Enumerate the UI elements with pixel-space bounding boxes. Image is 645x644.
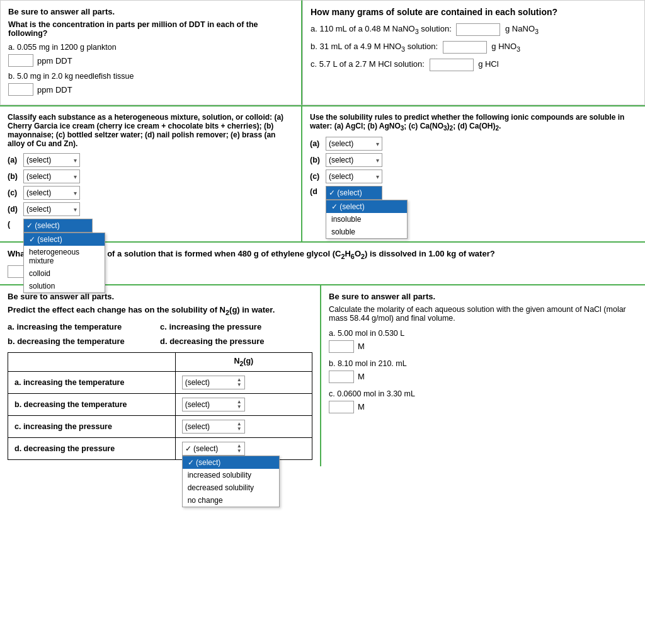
spinner-icon: ▲▼ [237, 377, 242, 388]
bottom-right-panel: Be sure to answer all parts. Calculate t… [321, 285, 645, 466]
effect-d-option-select[interactable]: ✓ (select) [183, 456, 279, 469]
top-row: Be sure to answer all parts. What is the… [0, 0, 645, 106]
table-row: c. increasing the pressure (select) ▲▼ [8, 415, 312, 437]
part-b-grams-input[interactable] [443, 41, 487, 54]
classify-a-row: (a) (select) ▾ [8, 153, 294, 167]
effect-d-dropdown[interactable]: ✓ (select) ▲▼ ✓ (select) increased solub… [182, 442, 305, 456]
table-cell-b-select: (select) ▲▼ [175, 393, 312, 415]
classify-b-select[interactable]: (select) ▾ [23, 170, 80, 183]
effect-b-select[interactable]: (select) ▲▼ [182, 398, 245, 411]
classify-e-dropdown[interactable]: ✓ (select) ✓ (select) heterogeneous mixt… [23, 219, 93, 233]
top-right-part-c: c. 5.7 L of a 2.7 M HCl solution: g HCl [311, 59, 637, 71]
classify-a-select[interactable]: (select) ▾ [23, 153, 80, 167]
chevron-down-icon: ▾ [74, 190, 77, 197]
molarity-b-unit: M [358, 372, 365, 381]
classify-e-select-open[interactable]: ✓ (select) [23, 219, 93, 233]
top-right-question: How many grams of solute are contained i… [311, 7, 637, 17]
molarity-a-input[interactable] [329, 340, 354, 353]
part-a-input-row: ppm DDT [8, 54, 294, 67]
bottom-right-question: Calculate the molarity of each aqueous s… [329, 305, 637, 323]
table-cell-a-label: a. increasing the temperature [8, 371, 176, 393]
effect-d-option-increased[interactable]: increased solubility [183, 469, 279, 481]
classify-d-row: (d) (select) ▾ [8, 202, 294, 216]
part-b-unit: ppm DDT [37, 85, 72, 95]
top-right-part-b: b. 31 mL of a 4.9 M HNO3 solution: g HNO… [311, 41, 637, 54]
table-cell-d-label: d. decreasing the pressure [8, 437, 176, 459]
solubility-b-select[interactable]: (select) ▾ [326, 153, 382, 167]
table-row: a. increasing the temperature (select) ▲… [8, 371, 312, 393]
solubility-a-row: (a) (select) ▾ [310, 137, 637, 151]
molarity-a: a. 5.00 mol in 0.530 L M [329, 329, 637, 353]
classify-instruction: Classify each substance as a heterogeneo… [8, 113, 294, 148]
molarity-a-unit: M [358, 342, 365, 351]
molarity-a-label: a. 5.00 mol in 0.530 L [329, 329, 637, 338]
part-c-grams-input[interactable] [430, 59, 474, 71]
chevron-down-icon: ▾ [376, 157, 379, 164]
label-a: a. increasing the temperature [8, 322, 160, 331]
classify-right-panel: Use the solubility rules to predict whet… [302, 106, 645, 243]
solubility-d-option-insoluble[interactable]: insoluble [326, 213, 407, 226]
solubility-d-select-open[interactable]: ✓ (select) [326, 186, 382, 200]
molarity-c-input[interactable] [329, 401, 354, 413]
classify-d-select[interactable]: (select) ▾ [23, 202, 80, 216]
solubility-d-dropdown[interactable]: ✓ (select) ✓ (select) insoluble soluble [326, 186, 382, 200]
solubility-effect-table: N2(g) a. increasing the temperature (sel… [8, 352, 312, 460]
effect-d-select-open[interactable]: ✓ (select) ▲▼ [182, 442, 245, 456]
classify-left-panel: Classify each substance as a heterogeneo… [0, 106, 302, 243]
classify-e-option-solution[interactable]: solution [24, 280, 105, 292]
table-cell-c-select: (select) ▲▼ [175, 415, 312, 437]
part-b-input-row: ppm DDT [8, 83, 294, 96]
molarity-c-label: c. 0.0600 mol in 3.30 mL [329, 389, 637, 398]
panel-top-left: Be sure to answer all parts. What is the… [0, 0, 302, 105]
spinner-icon: ▲▼ [237, 422, 242, 432]
molarity-b-label: b. 8.10 mol in 210. mL [329, 359, 637, 368]
effect-labels: a. increasing the temperature b. decreas… [8, 322, 312, 346]
top-right-part-a: a. 110 mL of a 0.48 M NaNO3 solution: g … [311, 23, 637, 36]
solubility-d-option-select[interactable]: ✓ (select) [326, 200, 407, 213]
solubility-c-row: (c) (select) ▾ [310, 170, 637, 183]
spinner-icon: ▲▼ [237, 444, 242, 454]
effect-col2: c. increasing the pressure d. decreasing… [160, 322, 312, 346]
solubility-d-row: (d ✓ (select) ✓ (select) insoluble solub… [310, 186, 637, 200]
classify-e-menu: ✓ (select) heterogeneous mixture colloid… [23, 233, 105, 293]
top-left-instruction: Be sure to answer all parts. [8, 7, 294, 16]
label-c: c. increasing the pressure [160, 322, 312, 331]
classify-e-option-colloid[interactable]: colloid [24, 267, 105, 280]
panel-top-right: How many grams of solute are contained i… [302, 0, 645, 105]
part-a-label: a. 0.055 mg in 1200 g plankton [8, 43, 294, 52]
table-cell-d-select: ✓ (select) ▲▼ ✓ (select) increased solub… [175, 437, 312, 459]
molarity-b: b. 8.10 mol in 210. mL M [329, 359, 637, 383]
part-a-input[interactable] [8, 54, 33, 67]
effect-d-option-decreased[interactable]: decreased solubility [183, 481, 279, 494]
classify-c-select[interactable]: (select) ▾ [23, 186, 80, 200]
label-b: b. decreasing the temperature [8, 336, 160, 346]
effect-c-select[interactable]: (select) ▲▼ [182, 420, 245, 434]
classify-e-option-hetero[interactable]: heterogeneous mixture [24, 246, 105, 267]
table-cell-b-label: b. decreasing the temperature [8, 393, 176, 415]
bottom-left-question: Predict the effect each change has on th… [8, 305, 312, 316]
classify-e-row: ( ✓ (select) ✓ (select) heterogeneous mi… [8, 219, 294, 233]
solubility-d-option-soluble[interactable]: soluble [326, 226, 407, 238]
solubility-a-select[interactable]: (select) ▾ [326, 137, 382, 151]
spinner-icon: ▲▼ [237, 400, 242, 410]
molarity-a-input-row: M [329, 340, 637, 353]
classify-b-row: (b) (select) ▾ [8, 170, 294, 183]
solubility-d-menu: ✓ (select) insoluble soluble [326, 200, 408, 239]
part-a-unit: ppm DDT [37, 56, 72, 66]
chevron-down-icon: ▾ [376, 141, 379, 147]
effect-a-select[interactable]: (select) ▲▼ [182, 376, 245, 389]
classify-e-option-select[interactable]: ✓ (select) [24, 233, 105, 246]
effect-d-option-nochange[interactable]: no change [183, 494, 279, 507]
part-b-label: b. 5.0 mg in 2.0 kg needlefish tissue [8, 72, 294, 81]
molarity-b-input[interactable] [329, 371, 354, 383]
bottom-right-instruction: Be sure to answer all parts. [329, 292, 637, 301]
effect-col1: a. increasing the temperature b. decreas… [8, 322, 160, 346]
molarity-c: c. 0.0600 mol in 3.30 mL M [329, 389, 637, 413]
chevron-down-icon: ▾ [74, 206, 77, 213]
solubility-c-select[interactable]: (select) ▾ [326, 170, 382, 183]
table-header-n2: N2(g) [175, 353, 312, 372]
label-d: d. decreasing the pressure [160, 336, 312, 346]
part-a-grams-input[interactable] [456, 23, 500, 36]
part-b-input[interactable] [8, 83, 33, 96]
solubility-instruction: Use the solubility rules to predict whet… [310, 113, 637, 132]
